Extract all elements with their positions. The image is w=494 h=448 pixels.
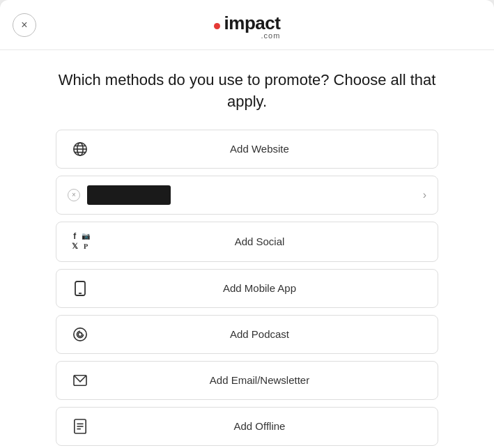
globe-icon — [68, 141, 93, 157]
add-podcast-option[interactable]: Add Podcast — [56, 315, 438, 354]
chevron-right-icon: › — [423, 189, 426, 201]
add-website-option[interactable]: Add Website — [56, 130, 438, 169]
add-email-option[interactable]: Add Email/Newsletter — [56, 361, 438, 400]
email-icon — [68, 374, 93, 387]
modal-container: × impact .com Which methods do you use t… — [0, 0, 494, 448]
logo-dot-icon — [214, 23, 220, 29]
logo-com: .com — [224, 31, 281, 40]
mobile-icon — [68, 281, 93, 296]
modal-header: × impact .com — [0, 0, 494, 50]
add-social-option[interactable]: f 📷 𝕏 𝐏 Add Social — [56, 222, 438, 262]
add-mobile-option[interactable]: Add Mobile App — [56, 269, 438, 308]
logo: impact .com — [214, 13, 281, 40]
modal-body: Which methods do you use to promote? Cho… — [0, 50, 494, 448]
close-icon: × — [21, 19, 27, 31]
podcast-icon — [68, 327, 93, 342]
add-podcast-label: Add Podcast — [93, 328, 426, 340]
add-offline-label: Add Offline — [93, 420, 426, 432]
document-icon — [68, 419, 93, 434]
logo-text: impact .com — [224, 13, 281, 40]
remove-icon[interactable]: × — [68, 189, 80, 201]
close-button[interactable]: × — [13, 13, 36, 37]
svg-point-7 — [74, 327, 86, 340]
redacted-content — [87, 185, 171, 205]
social-grid-icon: f 📷 𝕏 𝐏 — [68, 232, 93, 252]
add-offline-option[interactable]: Add Offline — [56, 407, 438, 446]
page-title: Which methods do you use to promote? Cho… — [56, 70, 438, 113]
add-website-label: Add Website — [93, 143, 426, 155]
add-social-label: Add Social — [93, 235, 426, 247]
add-email-label: Add Email/Newsletter — [93, 374, 426, 386]
existing-entry-option[interactable]: × › — [56, 176, 438, 215]
add-mobile-label: Add Mobile App — [93, 282, 426, 294]
